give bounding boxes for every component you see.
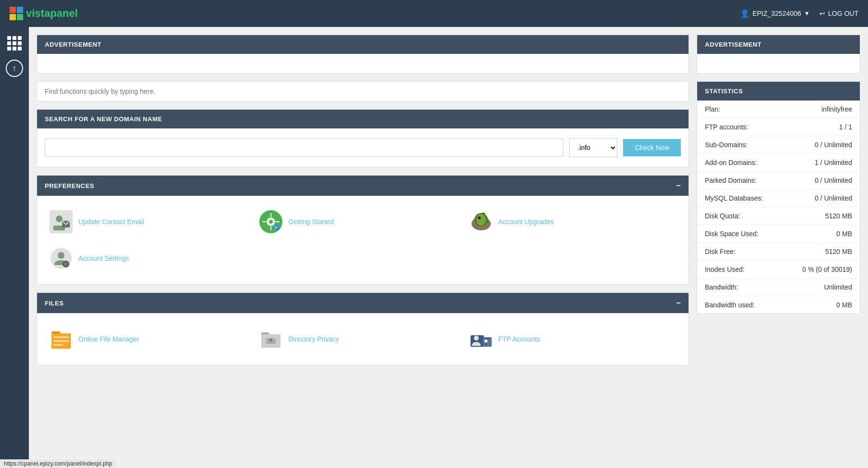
svg-point-39: [485, 340, 487, 342]
stats-value-plan: infinityfree: [821, 105, 852, 113]
files-title: FILES: [45, 300, 64, 307]
getting-started-link[interactable]: Getting Started: [288, 218, 333, 226]
account-settings-link[interactable]: Account Settings: [78, 254, 129, 262]
preferences-collapse-icon[interactable]: −: [676, 181, 681, 190]
header-user[interactable]: 👤 EPIZ_32524006 ▼: [740, 9, 810, 18]
stats-label-disk-quota: Disk Quota:: [705, 212, 825, 220]
logo-squares: [10, 7, 23, 20]
svg-rect-30: [53, 336, 69, 338]
svg-point-35: [269, 339, 272, 342]
right-ad-header: ADVERTISEMENT: [697, 35, 860, 54]
files-header: FILES −: [37, 293, 689, 313]
domain-search-panel: SEARCH FOR A NEW DOMAIN NAME .info .com …: [37, 109, 689, 167]
stats-label-inodes: Inodes Used:: [705, 266, 802, 273]
logo-sq-blue: [17, 7, 23, 13]
directory-privacy-icon: [258, 327, 283, 352]
pref-item-account-upgrades[interactable]: Account Upgrades: [465, 203, 675, 240]
stats-row-disk-free: Disk Free: 5120 MB: [697, 243, 860, 261]
getting-started-icon: 🔍: [258, 209, 283, 234]
upload-icon[interactable]: ↑: [6, 60, 23, 77]
top-ad-header: ADVERTISEMENT: [37, 35, 689, 54]
domain-extension-select[interactable]: .info .com .net .org .xyz: [569, 138, 617, 157]
pref-item-contact-email[interactable]: Update Contact Email: [45, 203, 255, 240]
grid-dot: [7, 41, 11, 45]
username-label: EPIZ_32524006: [753, 10, 801, 17]
svg-point-24: [65, 263, 67, 265]
right-advertisement-panel: ADVERTISEMENT: [697, 35, 860, 74]
logo-panel: panel: [50, 7, 77, 19]
main-content: ADVERTISEMENT SEARCH FOR A NEW DOMAIN NA…: [29, 27, 868, 373]
check-now-button[interactable]: Check Now: [623, 139, 681, 156]
grid-dot: [7, 36, 11, 40]
stats-label-addon-domains: Add-on Domains:: [705, 159, 815, 166]
contact-email-link[interactable]: Update Contact Email: [78, 218, 144, 226]
stats-label-bandwidth: Bandwidth:: [705, 283, 824, 291]
upload-arrow: ↑: [13, 63, 17, 74]
svg-point-9: [269, 220, 273, 224]
svg-rect-25: [65, 261, 66, 262]
logo-sq-green: [17, 14, 23, 20]
top-ad-title: ADVERTISEMENT: [45, 41, 102, 48]
ftp-accounts-link[interactable]: FTP Accounts: [498, 335, 540, 343]
pref-item-account-settings[interactable]: Account Settings: [45, 240, 255, 277]
file-item-directory-privacy[interactable]: Directory Privacy: [255, 321, 464, 357]
stats-label-subdomains: Sub-Domains:: [705, 141, 815, 149]
account-upgrades-icon: [469, 209, 494, 234]
stats-value-ftp: 1 / 1: [839, 123, 852, 131]
svg-point-19: [478, 216, 481, 219]
sidebar: ↑: [0, 27, 29, 373]
stats-label-disk-free: Disk Free:: [705, 248, 825, 255]
svg-rect-28: [68, 264, 69, 265]
stats-label-disk-used: Disk Space Used:: [705, 230, 836, 238]
logo: vistapanel: [10, 7, 78, 20]
grid-dot: [7, 47, 11, 51]
domain-search-row: .info .com .net .org .xyz Check Now: [45, 138, 681, 157]
svg-rect-27: [63, 264, 64, 265]
stats-row-bandwidth: Bandwidth: Unlimited: [697, 278, 860, 296]
file-item-ftp-accounts[interactable]: FTP Accounts: [465, 321, 675, 357]
contact-email-icon: [49, 209, 74, 234]
stats-label-bandwidth-used: Bandwidth used:: [705, 301, 836, 309]
stats-value-disk-quota: 5120 MB: [825, 212, 852, 220]
files-grid: Online File Manager Directory P: [37, 313, 689, 365]
logo-sq-yellow: [10, 14, 16, 20]
domain-search-title: SEARCH FOR A NEW DOMAIN NAME: [45, 115, 162, 123]
logo-text: vistapanel: [26, 7, 78, 20]
stats-label-mysql: MySQL Databases:: [705, 194, 815, 202]
stats-label-parked-domains: Parked Domains:: [705, 177, 815, 184]
files-collapse-icon[interactable]: −: [676, 299, 681, 307]
file-manager-link[interactable]: Online File Manager: [78, 335, 139, 343]
grid-menu-icon[interactable]: [6, 35, 23, 52]
svg-rect-26: [65, 266, 66, 267]
domain-search-body: .info .com .net .org .xyz Check Now: [37, 128, 689, 167]
account-upgrades-link[interactable]: Account Upgrades: [498, 218, 554, 226]
stats-row-subdomains: Sub-Domains: 0 / Unlimited: [697, 136, 860, 154]
stats-value-disk-free: 5120 MB: [825, 248, 852, 255]
center-column: ADVERTISEMENT SEARCH FOR A NEW DOMAIN NA…: [37, 35, 689, 366]
domain-name-input[interactable]: [45, 139, 563, 157]
stats-row-ftp: FTP accounts: 1 / 1: [697, 118, 860, 136]
stats-row-addon-domains: Add-on Domains: 1 / Unlimited: [697, 154, 860, 172]
logout-label: LOG OUT: [828, 10, 858, 17]
logo-vista: vista: [26, 7, 50, 19]
stats-value-bandwidth-used: 0 MB: [836, 301, 852, 309]
grid-icon-inner: [7, 36, 22, 51]
svg-point-37: [474, 336, 479, 341]
preferences-header: PREFERENCES −: [37, 176, 689, 196]
stats-label-plan: Plan:: [705, 105, 821, 113]
svg-point-21: [58, 252, 64, 259]
stats-value-disk-used: 0 MB: [836, 230, 852, 238]
user-icon: 👤: [740, 9, 750, 18]
stats-value-subdomains: 0 / Unlimited: [815, 141, 852, 149]
grid-dot: [13, 47, 16, 51]
quick-search-input[interactable]: [45, 88, 681, 95]
directory-privacy-link[interactable]: Directory Privacy: [288, 335, 339, 343]
layout: ↑ ADVERTISEMENT SEARCH FOR A NEW DOMAIN …: [0, 27, 868, 373]
pref-item-getting-started[interactable]: 🔍 Getting Started: [255, 203, 464, 240]
stats-row-disk-quota: Disk Quota: 5120 MB: [697, 207, 860, 225]
logo-sq-red: [10, 7, 16, 13]
grid-dot: [18, 41, 22, 45]
logout-button[interactable]: ↩ LOG OUT: [819, 10, 858, 17]
file-item-file-manager[interactable]: Online File Manager: [45, 321, 255, 357]
stats-row-plan: Plan: infinityfree: [697, 101, 860, 118]
